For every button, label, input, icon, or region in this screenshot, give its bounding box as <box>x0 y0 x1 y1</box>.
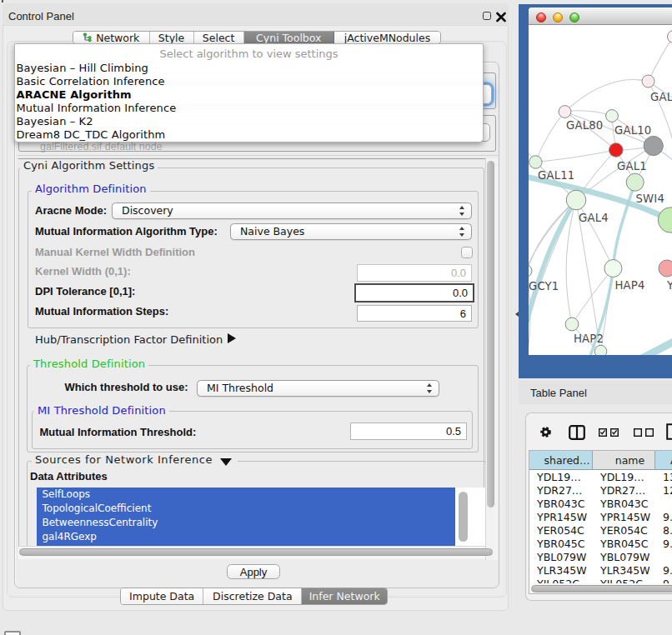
network-canvas[interactable]: GAL2GAL80GAL10GAL1GAL11GAL4SWI4GCY1HAP4Y… <box>529 26 672 355</box>
float-window-icon[interactable] <box>483 12 491 20</box>
network-node-GAL2[interactable] <box>642 75 654 88</box>
table-row[interactable]: YDL19…YDL19…13 <box>529 471 672 484</box>
column-header-2[interactable]: name <box>593 451 655 470</box>
bottom-tab-infer-network[interactable]: Infer Network <box>302 588 387 604</box>
table-row[interactable]: YPR145WYPR145W9. <box>529 511 672 524</box>
network-edge[interactable] <box>565 111 613 116</box>
table-row[interactable]: YBR043CYBR043C <box>529 498 672 511</box>
network-node-HAP2[interactable] <box>565 318 579 331</box>
settings-horizontal-scrollbar-thumb[interactable] <box>19 548 493 556</box>
tab-label: jActiveMNodules <box>344 32 430 44</box>
deselect-checks-icon[interactable] <box>634 428 654 437</box>
tab-jactivemnodules[interactable]: jActiveMNodules <box>334 32 440 43</box>
table-cell: YDR27… <box>600 484 645 497</box>
network-icon <box>83 32 93 42</box>
algorithm-option-2[interactable]: Basic Correlation Inference <box>17 75 165 88</box>
bottom-tab-impute-data[interactable]: Impute Data <box>121 588 203 604</box>
apply-button[interactable]: Apply <box>227 564 280 579</box>
network-edge[interactable] <box>565 80 649 112</box>
bottom-tab-discretize-data[interactable]: Discretize Data <box>203 588 302 604</box>
network-node-HAP4[interactable] <box>604 260 622 278</box>
mi-type-value: Naive Bayes <box>240 224 304 237</box>
mi-steps-field[interactable]: 6 <box>357 305 472 322</box>
which-threshold-combo[interactable]: MI Threshold <box>197 380 439 397</box>
network-graph: GAL2GAL80GAL10GAL1GAL11GAL4SWI4GCY1HAP4Y… <box>529 26 672 355</box>
node-label-salmon-node: YJL157C <box>666 279 672 292</box>
network-node-GAL10[interactable] <box>606 110 619 122</box>
data-attributes-list[interactable]: SelfLoopsTopologicalCoefficientBetweenne… <box>37 488 455 546</box>
collapse-down-icon[interactable] <box>220 458 232 466</box>
network-window-titlebar[interactable] <box>529 8 672 25</box>
table-panel-container: shared…nameAverageShortestPathLength YDL… <box>525 412 672 601</box>
list-scrollbar[interactable] <box>459 492 469 542</box>
aracne-mode-combo[interactable]: Discovery <box>112 202 472 219</box>
threshold-definition-title: Threshold Definition <box>30 358 148 370</box>
network-node-top-node[interactable] <box>668 31 672 43</box>
clipped-corner-mark <box>2 0 3 2</box>
gear-icon[interactable] <box>539 425 553 439</box>
table-cell: YLR345W <box>537 564 587 577</box>
column-header-1[interactable]: shared… <box>529 451 593 470</box>
mi-type-combo[interactable]: Naive Bayes <box>230 223 472 240</box>
algorithm-option-4[interactable]: Mutual Information Inference <box>17 102 177 114</box>
network-node-GAL11[interactable] <box>529 156 542 168</box>
data-attribute-item[interactable]: SelfLoops <box>43 488 91 500</box>
algorithm-option-5[interactable]: Bayesian – K2 <box>17 115 93 128</box>
settings-vertical-scrollbar-thumb[interactable] <box>487 161 494 508</box>
table-row[interactable]: YBR045CYBR045C9. <box>529 538 672 551</box>
network-node-salmon-node[interactable] <box>659 260 672 277</box>
close-traffic-light[interactable] <box>536 12 546 22</box>
node-label-GAL2: GAL2 <box>650 91 672 103</box>
mi-threshold-field[interactable]: 0.5 <box>350 422 467 440</box>
data-attribute-item[interactable]: TopologicalCoefficient <box>43 502 152 514</box>
table-horizontal-scrollbar-thumb[interactable] <box>531 585 672 592</box>
data-attribute-item[interactable]: BetweennessCentrality <box>43 517 158 528</box>
network-node-bottom-node[interactable] <box>594 345 607 355</box>
dpi-tolerance-field[interactable]: 0.0 <box>354 283 474 302</box>
table-row[interactable]: YDR27…YDR27…12 <box>529 484 672 498</box>
network-edge[interactable] <box>649 37 672 82</box>
dpi-tolerance-label: DPI Tolerance [0,1]: <box>35 285 135 298</box>
hub-section-label[interactable]: Hub/Transcription Factor Definition <box>35 333 223 346</box>
algorithm-popup-prompt: Select algorithm to view settings <box>15 48 483 60</box>
hide-panel-button[interactable] <box>4 631 21 635</box>
network-node-gray-node[interactable] <box>644 136 663 155</box>
column-header-3[interactable]: AverageShortestPathLength <box>655 451 672 470</box>
network-edge[interactable] <box>535 150 615 162</box>
tab-style[interactable]: Style <box>150 32 194 43</box>
algorithm-option-1[interactable]: Bayesian – Hill Climbing <box>17 62 148 74</box>
table-cell: YPR145W <box>600 511 650 523</box>
network-node-SWI4[interactable] <box>626 173 644 191</box>
settings-viewport: Cyni Algorithm Settings Algorithm Defini… <box>18 158 486 546</box>
algorithm-option-6[interactable]: Dream8 DC_TDC Algorithm <box>17 128 166 141</box>
table-row[interactable]: YLR345WYLR345W9. <box>529 564 672 578</box>
network-edge[interactable] <box>535 112 564 162</box>
network-node-GAL1[interactable] <box>609 143 624 158</box>
network-node-GAL4[interactable] <box>566 190 586 210</box>
table-row[interactable]: YBL079WYBL079W <box>529 551 672 564</box>
settings-scrollpane: Cyni Algorithm Settings Algorithm Defini… <box>18 155 498 559</box>
document-icon[interactable] <box>666 423 672 440</box>
tab-network[interactable]: Network <box>73 32 150 43</box>
zoom-traffic-light[interactable] <box>569 12 579 22</box>
table-data-combo-text: galFiltered.sif default node <box>40 141 163 152</box>
tab-select[interactable]: Select <box>194 32 244 43</box>
kernel-width-field[interactable]: 0.0 <box>357 264 472 282</box>
data-attribute-item[interactable]: gal4RGexp <box>43 531 97 542</box>
network-edge[interactable] <box>566 200 576 324</box>
network-node-GCY1[interactable] <box>529 265 532 278</box>
manual-kernel-checkbox[interactable] <box>461 247 473 258</box>
splitpane-collapse-icon[interactable] <box>515 312 519 317</box>
select-all-checks-icon[interactable] <box>599 428 619 437</box>
table-row[interactable]: YER054CYER054C8. <box>529 524 672 538</box>
column-view-icon[interactable] <box>569 425 585 440</box>
network-edge-highlighted[interactable] <box>635 339 672 355</box>
close-icon[interactable] <box>496 8 506 24</box>
expand-right-icon[interactable] <box>228 333 236 343</box>
network-edge-highlighted[interactable] <box>529 200 576 332</box>
network-node-GAL80[interactable] <box>559 106 571 118</box>
tab-cyni-toolbox[interactable]: Cyni Toolbox <box>244 32 334 43</box>
network-node-big-green[interactable] <box>658 208 672 232</box>
algorithm-option-3[interactable]: ARACNE Algorithm <box>17 88 132 101</box>
minimize-traffic-light[interactable] <box>553 12 563 22</box>
